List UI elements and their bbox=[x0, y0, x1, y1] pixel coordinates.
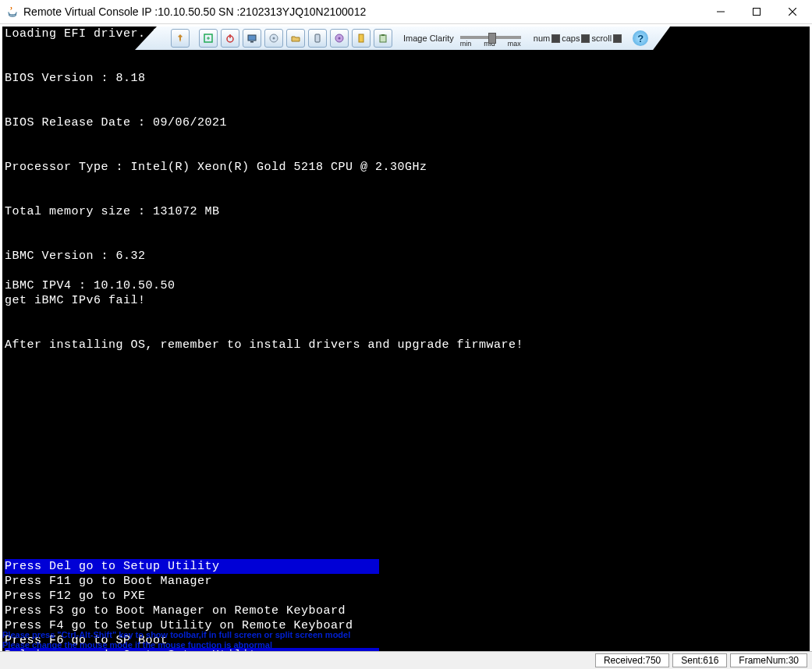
image-clarity-label: Image Clarity bbox=[403, 34, 454, 43]
console-toolbar: Image Clarity min mid max num caps scrol… bbox=[135, 27, 670, 50]
install-reminder-line: After installing OS, remember to install… bbox=[2, 338, 810, 352]
client-area: Image Clarity min mid max num caps scrol… bbox=[0, 24, 812, 669]
ibmc-ipv6-line: get iBMC IPv6 fail! bbox=[2, 293, 810, 308]
maximize-button[interactable] bbox=[739, 0, 775, 23]
remote-console-viewport[interactable]: Image Clarity min mid max num caps scrol… bbox=[2, 27, 810, 667]
boot-screen: Loading EFI driver. It BIOS Version : 8.… bbox=[2, 27, 810, 667]
cpu-line: Processor Type : Intel(R) Xeon(R) Gold 5… bbox=[2, 160, 810, 175]
num-label: num bbox=[534, 34, 550, 43]
scroll-label: scroll bbox=[591, 34, 612, 43]
pin-button[interactable] bbox=[171, 29, 190, 48]
close-button[interactable] bbox=[775, 0, 810, 23]
svg-point-13 bbox=[339, 37, 341, 40]
window-titlebar: Remote Virtual Console IP :10.10.50.50 S… bbox=[0, 0, 812, 24]
bios-date-line: BIOS Release Date : 09/06/2021 bbox=[2, 115, 810, 130]
svg-rect-7 bbox=[248, 35, 256, 41]
ibmc-version-line: iBMC Version : 6.32 bbox=[2, 249, 810, 264]
ibmc-ipv4-line: iBMC IPV4 : 10.10.50.50 bbox=[2, 278, 810, 293]
svg-point-10 bbox=[273, 37, 275, 40]
clarity-tick-min: min bbox=[460, 40, 472, 48]
status-received: Received:750 bbox=[595, 653, 669, 667]
svg-rect-15 bbox=[380, 35, 386, 42]
clipboard-button[interactable] bbox=[374, 29, 392, 48]
clarity-thumb[interactable] bbox=[488, 33, 496, 44]
disc-a-button[interactable] bbox=[264, 29, 283, 48]
bookmark-button[interactable] bbox=[352, 29, 371, 48]
clarity-tick-max: max bbox=[508, 40, 521, 48]
device-button[interactable] bbox=[308, 29, 327, 48]
keyboard-indicators: num caps scroll bbox=[534, 34, 622, 43]
svg-rect-11 bbox=[315, 34, 320, 42]
svg-rect-14 bbox=[359, 34, 363, 42]
minimize-button[interactable] bbox=[703, 0, 739, 23]
power-button[interactable] bbox=[221, 29, 239, 48]
window-controls bbox=[703, 0, 810, 23]
boot-opt-del: Press Del go to Setup Utility bbox=[5, 559, 379, 574]
disc-b-button[interactable] bbox=[330, 29, 349, 48]
image-clarity-slider[interactable]: min mid max bbox=[460, 30, 521, 48]
bios-version-line: BIOS Version : 8.18 bbox=[2, 71, 810, 86]
num-indicator bbox=[551, 34, 560, 43]
java-icon bbox=[6, 5, 19, 18]
caps-label: caps bbox=[562, 34, 580, 43]
caps-indicator bbox=[581, 34, 590, 43]
monitor-button[interactable] bbox=[243, 29, 261, 48]
boot-opt-f3: Press F3 go to Boot Manager on Remote Ke… bbox=[2, 604, 381, 618]
svg-rect-8 bbox=[250, 41, 254, 43]
scroll-indicator bbox=[613, 34, 622, 43]
footer-hints: Please press "Ctrl-Alt-Shift" key to sho… bbox=[2, 630, 350, 650]
memory-line: Total memory size : 131072 MB bbox=[2, 204, 810, 219]
hint-line-2: Please change the mouse mode if the mous… bbox=[2, 640, 350, 650]
status-frame: FrameNum:30 bbox=[730, 653, 807, 667]
status-sent: Sent:616 bbox=[672, 653, 727, 667]
svg-rect-1 bbox=[753, 9, 761, 16]
boot-opt-f12: Press F12 go to PXE bbox=[2, 589, 381, 604]
help-button[interactable]: ? bbox=[633, 30, 648, 46]
fullscreen-button[interactable] bbox=[199, 29, 218, 48]
window-title: Remote Virtual Console IP :10.10.50.50 S… bbox=[23, 5, 703, 18]
folder-button[interactable] bbox=[286, 29, 305, 48]
boot-opt-f11: Press F11 go to Boot Manager bbox=[2, 574, 381, 589]
svg-rect-16 bbox=[381, 34, 385, 36]
hint-line-1: Please press "Ctrl-Alt-Shift" key to sho… bbox=[2, 630, 350, 640]
status-bar: Received:750 Sent:616 FrameNum:30 bbox=[0, 651, 812, 669]
